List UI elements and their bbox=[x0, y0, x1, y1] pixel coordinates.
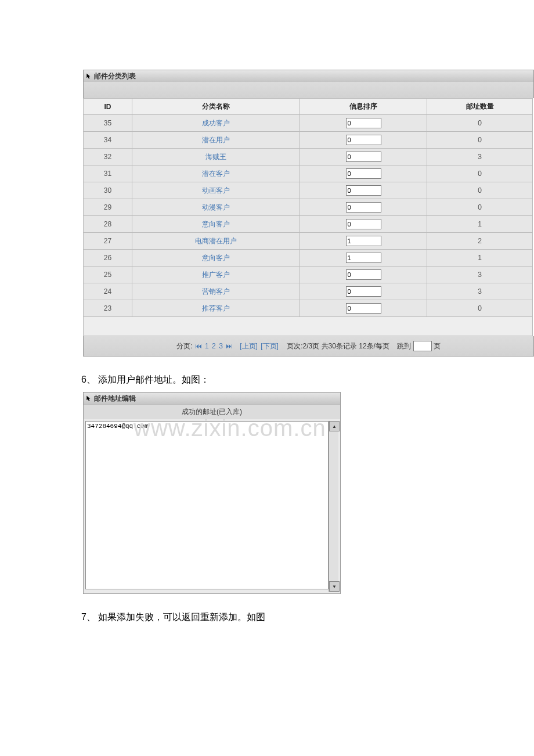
table-row: 30动画客户0 bbox=[84, 182, 533, 199]
panel-2-header: 成功的邮址(已入库) bbox=[84, 404, 340, 419]
cell-sort bbox=[300, 283, 427, 300]
cell-count: 0 bbox=[427, 300, 533, 317]
pager-label: 分页: bbox=[176, 342, 192, 350]
table-blank-row bbox=[84, 317, 533, 336]
scroll-up-icon[interactable]: ▲ bbox=[329, 421, 340, 431]
table-row: 28意向客户1 bbox=[84, 216, 533, 233]
cell-count: 2 bbox=[427, 233, 533, 250]
sort-input[interactable] bbox=[346, 219, 381, 229]
cell-name: 海贼王 bbox=[132, 149, 300, 165]
cell-id: 29 bbox=[84, 199, 132, 216]
sort-input[interactable] bbox=[346, 135, 381, 145]
cell-id: 30 bbox=[84, 182, 132, 199]
sort-input[interactable] bbox=[346, 202, 381, 213]
cursor-icon bbox=[86, 395, 93, 402]
panel-2-title: 邮件地址编辑 bbox=[94, 394, 136, 404]
pager-last[interactable]: ⏭ bbox=[226, 342, 233, 350]
email-textarea[interactable] bbox=[85, 421, 329, 589]
cell-id: 34 bbox=[84, 132, 132, 149]
cell-count: 0 bbox=[427, 199, 533, 216]
pager-next[interactable]: [下页] bbox=[261, 342, 279, 350]
cell-count: 0 bbox=[427, 165, 533, 182]
pager-jump-label: 跳到 bbox=[397, 342, 411, 350]
category-link[interactable]: 营销客户 bbox=[202, 287, 230, 296]
table-row: 27电商潜在用户2 bbox=[84, 233, 533, 250]
cell-id: 24 bbox=[84, 283, 132, 300]
sort-input[interactable] bbox=[346, 185, 381, 196]
table-row: 31潜在客户0 bbox=[84, 165, 533, 182]
sort-input[interactable] bbox=[346, 303, 381, 314]
cell-count: 3 bbox=[427, 149, 533, 165]
cell-sort bbox=[300, 199, 427, 216]
pager-info: 页次:2/3页 共30条记录 12条/每页 bbox=[287, 342, 389, 350]
col-name: 分类名称 bbox=[132, 99, 300, 115]
pager-page-2[interactable]: 2 bbox=[212, 342, 216, 350]
table-header-row: ID 分类名称 信息排序 邮址数量 bbox=[84, 99, 533, 115]
sort-input[interactable] bbox=[346, 236, 381, 246]
cell-name: 潜在客户 bbox=[132, 165, 300, 182]
cell-name: 电商潜在用户 bbox=[132, 233, 300, 250]
cell-sort bbox=[300, 165, 427, 182]
scroll-down-icon[interactable]: ▼ bbox=[329, 581, 340, 592]
pager-page-1[interactable]: 1 bbox=[205, 342, 209, 350]
sort-input[interactable] bbox=[346, 269, 381, 280]
cell-id: 28 bbox=[84, 216, 132, 233]
cell-name: 意向客户 bbox=[132, 250, 300, 267]
category-link[interactable]: 意向客户 bbox=[202, 254, 230, 262]
cell-name: 营销客户 bbox=[132, 283, 300, 300]
table-row: 24营销客户3 bbox=[84, 283, 533, 300]
category-link[interactable]: 潜在用户 bbox=[202, 136, 230, 144]
cell-sort bbox=[300, 233, 427, 250]
category-link[interactable]: 推广客户 bbox=[202, 271, 230, 279]
panel-2: 邮件地址编辑 成功的邮址(已入库) ▲ ▼ bbox=[83, 392, 341, 594]
cell-name: 动漫客户 bbox=[132, 199, 300, 216]
category-link[interactable]: 海贼王 bbox=[205, 153, 226, 161]
sort-input[interactable] bbox=[346, 118, 381, 128]
cell-sort bbox=[300, 300, 427, 317]
category-link[interactable]: 意向客户 bbox=[202, 220, 230, 228]
table-row: 34潜在用户0 bbox=[84, 132, 533, 149]
table-row: 25推广客户3 bbox=[84, 267, 533, 283]
cell-id: 35 bbox=[84, 115, 132, 132]
cell-id: 27 bbox=[84, 233, 132, 250]
pager-page-3[interactable]: 3 bbox=[219, 342, 223, 350]
table-row: 23推荐客户0 bbox=[84, 300, 533, 317]
category-link[interactable]: 推荐客户 bbox=[202, 304, 230, 312]
cell-count: 3 bbox=[427, 267, 533, 283]
cell-name: 推荐客户 bbox=[132, 300, 300, 317]
scrollbar[interactable]: ▲ ▼ bbox=[329, 421, 338, 592]
cell-count: 0 bbox=[427, 115, 533, 132]
cell-id: 31 bbox=[84, 165, 132, 182]
sort-input[interactable] bbox=[346, 168, 381, 179]
step-7-text: 7、 如果添加失败，可以返回重新添加。如图 bbox=[81, 611, 534, 624]
category-link[interactable]: 成功客户 bbox=[202, 119, 230, 127]
cursor-icon bbox=[86, 73, 93, 80]
cell-sort bbox=[300, 250, 427, 267]
cell-count: 0 bbox=[427, 132, 533, 149]
cell-id: 26 bbox=[84, 250, 132, 267]
category-link[interactable]: 动漫客户 bbox=[202, 203, 230, 211]
category-link[interactable]: 电商潜在用户 bbox=[195, 237, 237, 245]
pager-jump-input[interactable] bbox=[413, 341, 432, 351]
sort-input[interactable] bbox=[346, 152, 381, 162]
cell-name: 潜在用户 bbox=[132, 132, 300, 149]
panel-1-title: 邮件分类列表 bbox=[94, 71, 136, 81]
col-id: ID bbox=[84, 99, 132, 115]
panel-1-titlebar: 邮件分类列表 bbox=[83, 70, 534, 82]
pager: 分页: ⏮ 1 2 3 ⏭ [上页] [下页] 页次:2/3页 共30条记录 1… bbox=[83, 336, 534, 357]
cell-sort bbox=[300, 132, 427, 149]
cell-sort bbox=[300, 149, 427, 165]
cell-count: 0 bbox=[427, 182, 533, 199]
cell-id: 23 bbox=[84, 300, 132, 317]
col-sort: 信息排序 bbox=[300, 99, 427, 115]
pager-prev[interactable]: [上页] bbox=[240, 342, 258, 350]
sort-input[interactable] bbox=[346, 286, 381, 297]
cell-name: 动画客户 bbox=[132, 182, 300, 199]
category-link[interactable]: 潜在客户 bbox=[202, 170, 230, 178]
category-table: ID 分类名称 信息排序 邮址数量 35成功客户034潜在用户032海贼王331… bbox=[83, 98, 533, 336]
cell-id: 32 bbox=[84, 149, 132, 165]
cell-sort bbox=[300, 115, 427, 132]
sort-input[interactable] bbox=[346, 253, 381, 263]
category-link[interactable]: 动画客户 bbox=[202, 186, 230, 195]
pager-first[interactable]: ⏮ bbox=[195, 342, 202, 350]
